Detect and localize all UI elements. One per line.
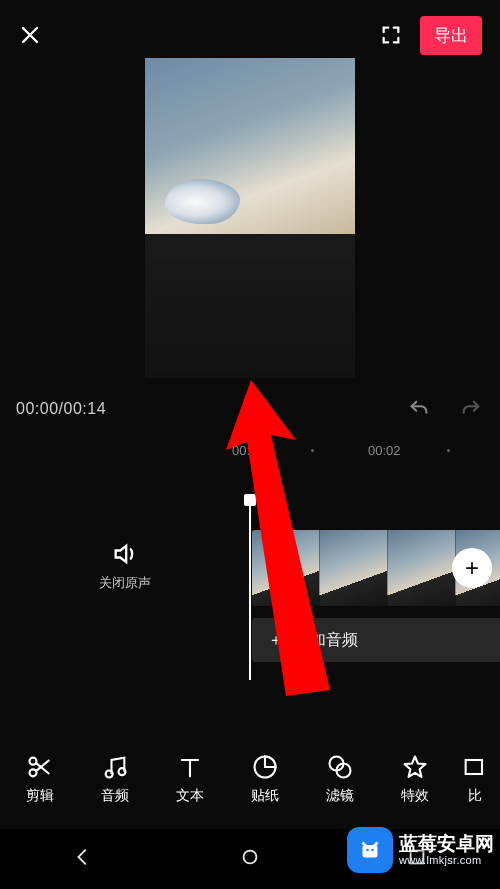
tool-filter[interactable]: 滤镜 (305, 753, 375, 805)
watermark: 蓝莓安卓网 www.lmkjsr.com (347, 827, 494, 873)
svg-point-24 (371, 849, 374, 852)
tool-label: 音频 (101, 787, 129, 805)
clip-thumb (252, 530, 320, 606)
tool-effect[interactable]: 特效 (380, 753, 450, 805)
tool-label: 剪辑 (26, 787, 54, 805)
plus-icon: + (465, 554, 479, 582)
redo-icon[interactable] (458, 398, 484, 420)
speaker-icon (111, 540, 139, 568)
text-icon (176, 753, 204, 781)
tool-sticker[interactable]: 贴纸 (230, 753, 300, 805)
ruler-dot (447, 449, 450, 452)
close-icon[interactable] (18, 23, 42, 47)
back-icon[interactable] (72, 846, 94, 872)
video-preview[interactable] (145, 58, 355, 378)
undo-icon[interactable] (406, 398, 432, 420)
svg-line-22 (374, 843, 378, 847)
time-display: 00:00/00:14 (16, 400, 106, 418)
watermark-url: www.lmkjsr.com (399, 854, 494, 866)
tool-label: 滤镜 (326, 787, 354, 805)
plus-icon: ＋ (268, 630, 284, 651)
scissors-icon (26, 753, 54, 781)
music-note-icon (101, 753, 129, 781)
play-button[interactable] (239, 396, 261, 422)
tool-text[interactable]: 文本 (155, 753, 225, 805)
ruler-tick: 00:02 (368, 443, 401, 458)
svg-point-17 (244, 851, 257, 864)
tool-ratio[interactable]: 比 (455, 753, 495, 805)
tool-label: 文本 (176, 787, 204, 805)
home-icon[interactable] (239, 846, 261, 872)
timeline[interactable]: 关闭原声 + ＋ 添加音频 (0, 500, 500, 680)
tool-label: 特效 (401, 787, 429, 805)
add-audio-label: 添加音频 (294, 630, 358, 651)
watermark-logo (347, 827, 393, 873)
ruler-dot (311, 449, 314, 452)
watermark-title: 蓝莓安卓网 (399, 833, 494, 854)
star-icon (401, 753, 429, 781)
transport-bar: 00:00/00:14 (0, 385, 500, 433)
svg-rect-20 (363, 845, 378, 858)
clip-thumb (320, 530, 388, 606)
sticker-icon (251, 753, 279, 781)
filter-icon (326, 753, 354, 781)
preview-frame (145, 58, 355, 234)
clip-thumb (388, 530, 456, 606)
tool-label: 贴纸 (251, 787, 279, 805)
preview-frame-lower (145, 234, 355, 378)
tool-audio[interactable]: 音频 (80, 753, 150, 805)
mute-label: 关闭原声 (99, 574, 151, 592)
ratio-icon (461, 753, 489, 781)
time-ruler[interactable]: 00:00 00:02 (0, 435, 500, 465)
svg-marker-2 (245, 402, 258, 417)
svg-point-9 (118, 768, 125, 775)
export-button[interactable]: 导出 (420, 16, 482, 55)
fullscreen-icon[interactable] (380, 24, 402, 46)
tool-label: 比 (468, 787, 482, 805)
svg-rect-16 (466, 760, 482, 774)
mute-original-audio[interactable]: 关闭原声 (0, 540, 250, 592)
svg-marker-15 (405, 757, 426, 777)
svg-point-23 (366, 849, 369, 852)
add-clip-button[interactable]: + (452, 548, 492, 588)
add-audio-track[interactable]: ＋ 添加音频 (252, 618, 500, 662)
svg-marker-3 (116, 546, 127, 562)
tool-edit[interactable]: 剪辑 (5, 753, 75, 805)
bottom-toolbar: 剪辑 音频 文本 贴纸 滤镜 特效 比 (0, 739, 500, 819)
svg-line-21 (363, 843, 367, 847)
ruler-tick: 00:00 (232, 443, 265, 458)
playhead[interactable] (249, 500, 251, 680)
